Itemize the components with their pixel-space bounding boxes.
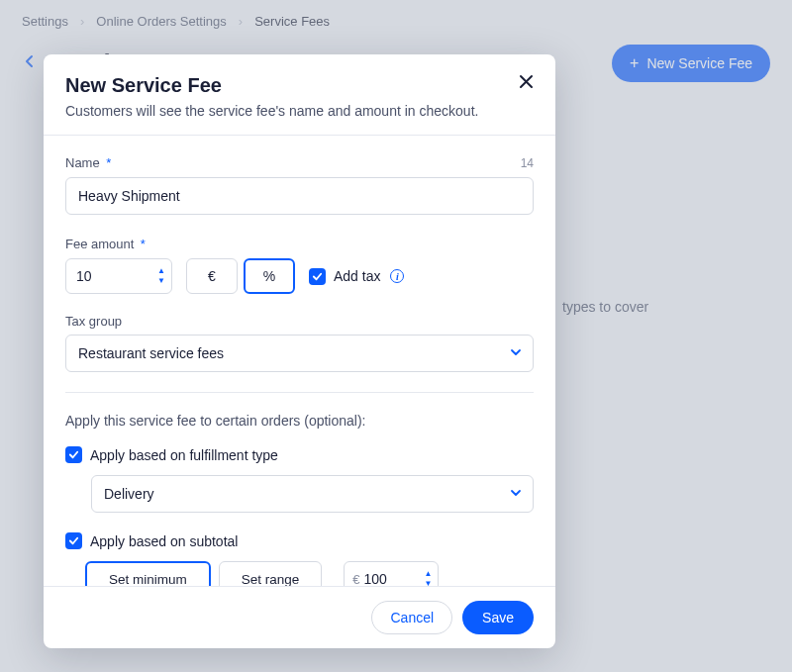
fee-unit-toggle: € % bbox=[186, 258, 295, 294]
close-icon bbox=[519, 74, 534, 89]
stepper-down-icon[interactable]: ▼ bbox=[424, 580, 432, 586]
name-char-counter: 14 bbox=[521, 156, 534, 170]
required-indicator: * bbox=[141, 237, 146, 251]
tax-group-select[interactable] bbox=[65, 335, 534, 372]
minimum-amount-input[interactable] bbox=[364, 571, 412, 586]
required-indicator: * bbox=[106, 155, 111, 170]
divider bbox=[65, 392, 534, 393]
tax-group-label: Tax group bbox=[65, 314, 122, 329]
unit-currency-button[interactable]: € bbox=[186, 258, 238, 294]
fee-amount-input[interactable] bbox=[76, 268, 146, 284]
stepper-down-icon[interactable]: ▼ bbox=[157, 277, 165, 285]
cancel-button[interactable]: Cancel bbox=[371, 601, 452, 634]
add-tax-checkbox[interactable] bbox=[309, 268, 326, 285]
minimum-amount-stepper[interactable]: € ▲ ▼ bbox=[344, 561, 439, 586]
fee-amount-stepper[interactable]: ▲ ▼ bbox=[65, 258, 172, 294]
fulfillment-label: Apply based on fulfillment type bbox=[90, 447, 278, 463]
subtotal-label: Apply based on subtotal bbox=[90, 533, 238, 549]
modal-title: New Service Fee bbox=[65, 74, 534, 97]
name-input[interactable] bbox=[65, 177, 534, 215]
set-range-button[interactable]: Set range bbox=[219, 561, 323, 586]
info-icon[interactable]: i bbox=[390, 269, 404, 283]
close-button[interactable] bbox=[517, 72, 536, 94]
unit-percent-button[interactable]: % bbox=[244, 258, 295, 294]
add-tax-label: Add tax bbox=[334, 268, 380, 284]
set-minimum-button[interactable]: Set minimum bbox=[85, 561, 211, 586]
fulfillment-checkbox[interactable] bbox=[65, 446, 82, 463]
modal-subtitle: Customers will see the service fee's nam… bbox=[65, 103, 534, 119]
stepper-up-icon[interactable]: ▲ bbox=[424, 570, 432, 578]
fee-amount-label: Fee amount bbox=[65, 237, 134, 251]
subtotal-mode-toggle: Set minimum Set range bbox=[85, 561, 322, 586]
name-label: Name bbox=[65, 155, 100, 170]
subtotal-checkbox[interactable] bbox=[65, 532, 82, 549]
save-button[interactable]: Save bbox=[462, 601, 534, 634]
fulfillment-select[interactable] bbox=[91, 475, 534, 513]
currency-symbol: € bbox=[352, 572, 359, 587]
stepper-up-icon[interactable]: ▲ bbox=[157, 267, 165, 275]
apply-section-label: Apply this service fee to certain orders… bbox=[65, 413, 534, 429]
new-service-fee-modal: New Service Fee Customers will see the s… bbox=[44, 54, 555, 648]
